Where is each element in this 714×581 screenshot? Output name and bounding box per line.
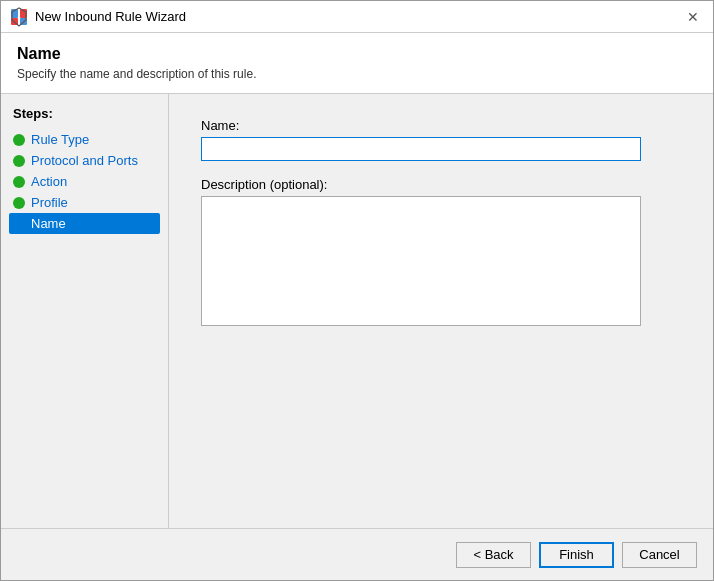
step-label-action: Action [31,174,67,189]
cancel-button[interactable]: Cancel [622,542,697,568]
description-field-group: Description (optional): [201,177,681,329]
sidebar-item-protocol-ports[interactable]: Protocol and Ports [9,150,160,171]
window-title: New Inbound Rule Wizard [35,9,681,24]
steps-label: Steps: [9,106,160,121]
sidebar-item-action[interactable]: Action [9,171,160,192]
step-dot-action [13,176,25,188]
sidebar: Steps: Rule Type Protocol and Ports Acti… [1,94,169,528]
sidebar-item-name[interactable]: Name [9,213,160,234]
step-dot-rule-type [13,134,25,146]
step-dot-protocol-ports [13,155,25,167]
description-input[interactable] [201,196,641,326]
window: New Inbound Rule Wizard ✕ Name Specify t… [0,0,714,581]
step-label-rule-type: Rule Type [31,132,89,147]
page-title: Name [17,45,697,63]
step-label-protocol-ports: Protocol and Ports [31,153,138,168]
step-dot-name [13,218,25,230]
step-dot-profile [13,197,25,209]
main-panel: Name: Description (optional): [169,94,713,528]
finish-button[interactable]: Finish [539,542,614,568]
back-button[interactable]: < Back [456,542,531,568]
sidebar-item-profile[interactable]: Profile [9,192,160,213]
description-label: Description (optional): [201,177,681,192]
name-field-group: Name: [201,118,681,161]
page-subtitle: Specify the name and description of this… [17,67,697,81]
header-section: Name Specify the name and description of… [1,33,713,94]
window-icon [9,7,29,27]
content-area: Steps: Rule Type Protocol and Ports Acti… [1,94,713,528]
footer: < Back Finish Cancel [1,528,713,580]
step-label-profile: Profile [31,195,68,210]
title-bar: New Inbound Rule Wizard ✕ [1,1,713,33]
sidebar-item-rule-type[interactable]: Rule Type [9,129,160,150]
name-label: Name: [201,118,681,133]
step-label-name: Name [31,216,66,231]
name-input[interactable] [201,137,641,161]
close-button[interactable]: ✕ [681,5,705,29]
